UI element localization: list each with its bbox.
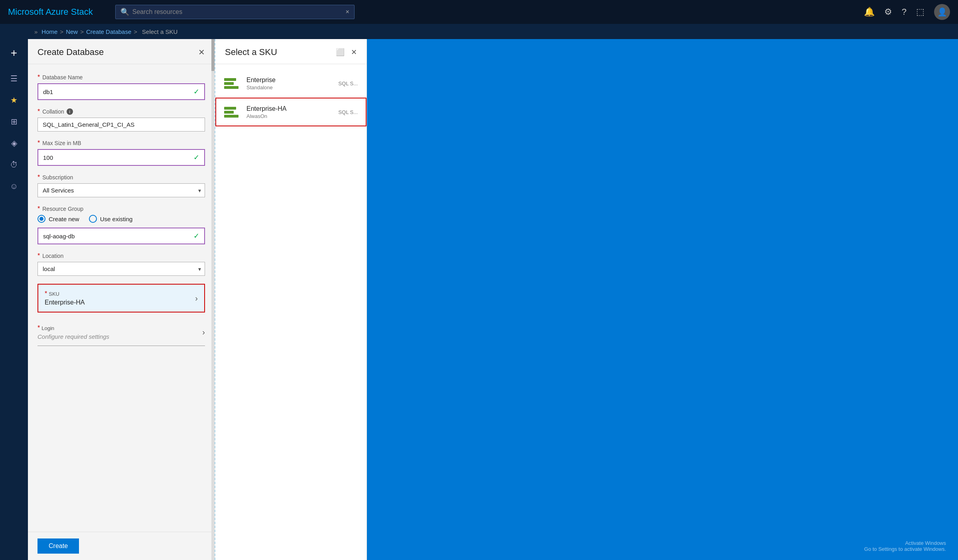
required-star-sub: * xyxy=(37,174,40,181)
feedback-icon[interactable]: ⬚ xyxy=(916,7,924,17)
location-label: * Location xyxy=(37,252,205,259)
sidebar: + ☰ ★ ⊞ ◈ ⏱ ☺ xyxy=(0,39,28,560)
scroll-track[interactable] xyxy=(211,39,215,560)
breadcrumb-home[interactable]: Home xyxy=(41,28,57,35)
search-bar[interactable]: 🔍 × xyxy=(115,5,355,19)
radio-use-existing[interactable]: Use existing xyxy=(89,215,133,223)
create-database-panel: Create Database ✕ * Database Name ✓ xyxy=(28,39,215,560)
sidebar-item-profile[interactable]: ☺ xyxy=(4,176,24,196)
subscription-select-wrapper: All Services ▾ xyxy=(37,183,205,197)
sidebar-item-recent[interactable]: ⏱ xyxy=(4,155,24,175)
sku-field-label: * SKU xyxy=(45,290,195,297)
database-name-input-wrapper[interactable]: ✓ xyxy=(37,83,205,100)
plus-icon: + xyxy=(11,47,17,59)
collation-input[interactable] xyxy=(37,118,205,132)
sidebar-item-resources[interactable]: ◈ xyxy=(4,133,24,153)
login-field[interactable]: * Login Configure required settings › xyxy=(37,320,205,346)
collation-field: * Collation i xyxy=(37,108,205,132)
radio-create-new-circle xyxy=(37,215,45,223)
login-placeholder: Configure required settings xyxy=(37,333,202,340)
location-field: * Location local ▾ xyxy=(37,252,205,276)
sku-enterprise-icon xyxy=(224,75,240,91)
search-clear-icon[interactable]: × xyxy=(345,8,349,16)
required-star-sku: * xyxy=(45,290,47,297)
sku-close-button[interactable]: ✕ xyxy=(351,48,357,57)
resource-group-input[interactable] xyxy=(43,233,193,240)
sku-bar-2 xyxy=(224,82,234,85)
breadcrumb-sep3: > xyxy=(134,28,137,35)
collation-label: * Collation i xyxy=(37,108,205,115)
database-name-input[interactable] xyxy=(43,88,193,95)
help-icon[interactable]: ? xyxy=(902,7,907,17)
sidebar-add-button[interactable]: + xyxy=(4,43,24,63)
create-panel-title: Create Database xyxy=(37,47,104,57)
sku-item-enterprise-ha[interactable]: Enterprise-HA AlwasOn SQL S... xyxy=(215,98,367,126)
settings-icon[interactable]: ⚙ xyxy=(884,7,892,17)
subscription-field: * Subscription All Services ▾ xyxy=(37,174,205,197)
max-size-field: * Max Size in MB ✓ xyxy=(37,140,205,166)
sku-field-value: Enterprise-HA xyxy=(45,299,195,306)
app-title: Microsoft Azure Stack xyxy=(8,7,93,17)
create-button[interactable]: Create xyxy=(37,538,79,554)
database-name-field: * Database Name ✓ xyxy=(37,74,205,100)
main-layout: + ☰ ★ ⊞ ◈ ⏱ ☺ Create Database ✕ xyxy=(0,39,958,560)
max-size-input-wrapper[interactable]: ✓ xyxy=(37,149,205,166)
dashboard-icon: ⊞ xyxy=(11,117,18,126)
activate-windows-line1: Activate Windows xyxy=(864,540,946,546)
login-field-content: * Login Configure required settings xyxy=(37,324,202,340)
sidebar-item-dashboard[interactable]: ⊞ xyxy=(4,112,24,132)
avatar-icon: 👤 xyxy=(937,7,947,17)
create-panel-body: * Database Name ✓ * Collation i xyxy=(28,64,215,532)
search-icon: 🔍 xyxy=(120,8,129,16)
notifications-icon[interactable]: 🔔 xyxy=(864,7,875,17)
sku-panel-title: Select a SKU xyxy=(225,47,277,57)
sidebar-item-favorites[interactable]: ★ xyxy=(4,90,24,110)
azure-background xyxy=(367,39,958,560)
sku-chevron-right-icon: › xyxy=(195,294,198,303)
breadcrumb: » Home > New > Create Database > Select … xyxy=(0,24,958,39)
sku-panel-body: Enterprise Standalone SQL S... Enterpris… xyxy=(215,64,367,560)
resource-group-field: * Resource Group Create new Use existing xyxy=(37,205,205,244)
expand-icon[interactable]: » xyxy=(34,28,37,35)
create-panel-close-button[interactable]: ✕ xyxy=(198,47,205,57)
sku-bar-3 xyxy=(224,86,239,89)
scroll-thumb[interactable] xyxy=(211,39,215,71)
resource-group-input-wrapper[interactable]: ✓ xyxy=(37,228,205,244)
sku-enterprise-ha-name: Enterprise-HA xyxy=(246,105,332,112)
breadcrumb-sep2: > xyxy=(80,28,84,35)
search-input[interactable] xyxy=(132,8,343,16)
sku-item-enterprise[interactable]: Enterprise Standalone SQL S... xyxy=(215,69,367,98)
location-select[interactable]: local xyxy=(37,262,205,276)
collation-info-icon[interactable]: i xyxy=(67,108,73,115)
radio-create-new[interactable]: Create new xyxy=(37,215,79,223)
topbar-icons: 🔔 ⚙ ? ⬚ 👤 xyxy=(864,4,950,20)
content-area: Create Database ✕ * Database Name ✓ xyxy=(28,39,958,560)
max-size-input[interactable] xyxy=(43,154,193,161)
sku-bar-1 xyxy=(224,78,236,81)
sku-field[interactable]: * SKU Enterprise-HA › xyxy=(37,284,205,312)
breadcrumb-new[interactable]: New xyxy=(66,28,78,35)
breadcrumb-create-database[interactable]: Create Database xyxy=(86,28,131,35)
database-name-label: * Database Name xyxy=(37,74,205,81)
sku-enterprise-ha-extra: SQL S... xyxy=(338,109,358,115)
sku-bar-ha-2 xyxy=(224,111,234,114)
sku-minimize-button[interactable]: ⬜ xyxy=(336,48,345,57)
avatar[interactable]: 👤 xyxy=(934,4,950,20)
smiley-icon: ☺ xyxy=(10,182,18,191)
sku-enterprise-extra: SQL S... xyxy=(338,81,358,86)
clock-icon: ⏱ xyxy=(10,160,18,169)
login-chevron-right-icon: › xyxy=(202,328,205,337)
breadcrumb-current: Select a SKU xyxy=(142,28,177,35)
topbar: Microsoft Azure Stack 🔍 × 🔔 ⚙ ? ⬚ 👤 xyxy=(0,0,958,24)
login-label: * Login xyxy=(37,324,202,332)
sidebar-item-menu[interactable]: ☰ xyxy=(4,69,24,88)
sku-enterprise-ha-sub: AlwasOn xyxy=(246,113,332,119)
required-star-login: * xyxy=(37,324,40,332)
required-star-rg: * xyxy=(37,205,40,212)
create-panel-header: Create Database ✕ xyxy=(28,39,215,64)
required-star-collation: * xyxy=(37,108,40,115)
subscription-select[interactable]: All Services xyxy=(37,183,205,197)
required-star-loc: * xyxy=(37,252,40,259)
sku-field-content: * SKU Enterprise-HA xyxy=(45,290,195,306)
required-star-maxsize: * xyxy=(37,140,40,147)
